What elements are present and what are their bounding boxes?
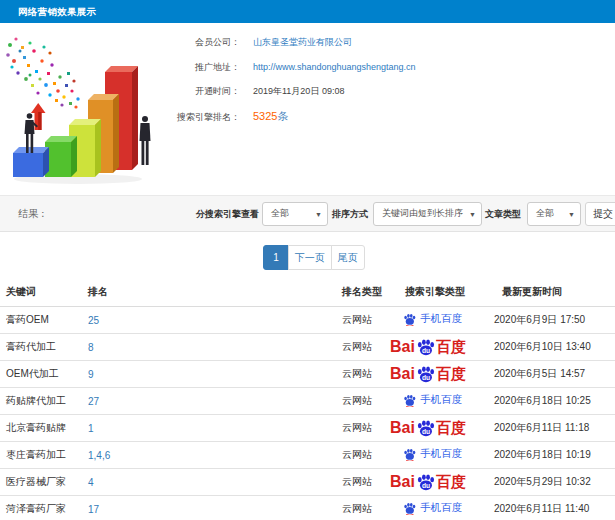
baidu-logo: Baidu百度 (390, 338, 466, 357)
baidu-logo-bai: Bai (390, 365, 415, 383)
title-bar: 网络营销效果展示 (0, 0, 615, 23)
company-link[interactable]: 山东皇圣堂药业有限公司 (253, 37, 352, 48)
rank-cell[interactable]: 25 (80, 307, 334, 334)
table-row: 药贴牌代加工27云网站手机百度2020年6月18日 10:25 (0, 388, 615, 415)
sort-label: 排序方式 (332, 207, 368, 220)
col-engine: 搜索引擎类型 (382, 283, 486, 307)
engine-select-value: 全部 (271, 207, 289, 220)
updated-time-cell: 2020年5月29日 10:32 (486, 469, 615, 496)
rank-type-cell: 云网站 (334, 442, 382, 469)
updated-time-cell: 2020年6月9日 17:50 (486, 307, 615, 334)
col-ranktype: 排名类型 (334, 283, 382, 307)
table-row: 医疗器械厂家4云网站Baidu百度2020年5月29日 10:32 (0, 469, 615, 496)
engine-label: 手机百度 (420, 447, 462, 461)
baidu-logo-cn: 百度 (436, 473, 466, 491)
keyword-cell: 枣庄膏药加工 (0, 442, 80, 469)
rank-type-cell: 云网站 (334, 415, 382, 442)
baidu-logo: Baidu百度 (390, 365, 466, 384)
confetti (6, 37, 80, 108)
submit-button[interactable]: 提交 (585, 202, 615, 226)
baidu-paw-icon: du (416, 419, 435, 438)
page-1-button[interactable]: 1 (263, 245, 289, 270)
mobile-baidu-badge: 手机百度 (403, 312, 462, 326)
info-row-url: 推广地址： http://www.shandonghuangshengtang.… (0, 62, 416, 73)
search-engine-cell: Baidu百度 (382, 415, 486, 442)
article-type-select-value: 全部 (536, 207, 554, 220)
info-row-rankcount: 搜索引擎排名： 5325条 (0, 111, 288, 123)
rankcount-label: 搜索引擎排名： (0, 112, 240, 123)
table-row: 膏药OEM25云网站手机百度2020年6月9日 17:50 (0, 307, 615, 334)
rank-cell[interactable]: 27 (80, 388, 334, 415)
chevron-down-icon: ▼ (469, 210, 476, 217)
keyword-cell: OEM代加工 (0, 361, 80, 388)
col-keyword: 关键词 (0, 283, 80, 307)
baidu-paw-icon (403, 313, 416, 326)
rank-type-cell: 云网站 (334, 469, 382, 496)
table-row: 膏药代加工8云网站Baidu百度2020年6月10日 13:40 (0, 334, 615, 361)
table-row: 枣庄膏药加工1,4,6云网站手机百度2020年6月18日 10:19 (0, 442, 615, 469)
mobile-baidu-badge: 手机百度 (403, 393, 462, 407)
search-engine-cell: Baidu百度 (382, 361, 486, 388)
pagination: 1 下一页 尾页 (13, 245, 615, 270)
engine-filter-label: 分搜索引擎查看 (196, 207, 259, 220)
opentime-label: 开通时间： (0, 86, 240, 97)
filter-bar: 结果： 分搜索引擎查看 全部 ▼ 排序方式 关键词由短到长排序 ▼ 文章类型 全… (0, 195, 615, 232)
search-engine-cell: Baidu百度 (382, 334, 486, 361)
table-header-row: 关键词 排名 排名类型 搜索引擎类型 最新更新时间 (0, 283, 615, 307)
info-row-company: 会员公司： 山东皇圣堂药业有限公司 (0, 37, 352, 48)
search-engine-cell: 手机百度 (382, 307, 486, 334)
baidu-paw-icon: du (416, 365, 435, 384)
rank-type-cell: 云网站 (334, 307, 382, 334)
updated-time-cell: 2020年6月11日 11:40 (486, 496, 615, 520)
article-type-select[interactable]: 全部 ▼ (527, 202, 581, 226)
rank-type-cell: 云网站 (334, 388, 382, 415)
rank-cell[interactable]: 4 (80, 469, 334, 496)
sort-select[interactable]: 关键词由短到长排序 ▼ (373, 202, 482, 226)
table-row: OEM代加工9云网站Baidu百度2020年6月5日 14:57 (0, 361, 615, 388)
col-updated: 最新更新时间 (486, 283, 615, 307)
svg-text:du: du (422, 373, 430, 380)
rank-cell[interactable]: 1 (80, 415, 334, 442)
mobile-baidu-badge: 手机百度 (403, 501, 462, 515)
rank-cell[interactable]: 17 (80, 496, 334, 520)
updated-time-cell: 2020年6月18日 10:19 (486, 442, 615, 469)
page-title: 网络营销效果展示 (18, 6, 96, 19)
engine-label: 手机百度 (420, 501, 462, 515)
opentime-value: 2019年11月20日 09:08 (253, 86, 344, 97)
last-page-button[interactable]: 尾页 (331, 245, 365, 270)
updated-time-cell: 2020年6月5日 14:57 (486, 361, 615, 388)
baidu-paw-icon (403, 448, 416, 461)
result-label: 结果： (18, 207, 48, 221)
hero-section: 会员公司： 山东皇圣堂药业有限公司 推广地址： http://www.shand… (0, 23, 615, 195)
svg-text:du: du (422, 481, 430, 488)
baidu-paw-icon (403, 502, 416, 515)
chevron-down-icon: ▼ (568, 210, 575, 217)
keyword-cell: 膏药OEM (0, 307, 80, 334)
promo-url-link[interactable]: http://www.shandonghuangshengtang.cn (253, 62, 416, 73)
rank-type-cell: 云网站 (334, 361, 382, 388)
engine-label: 手机百度 (420, 312, 462, 326)
baidu-logo: Baidu百度 (390, 419, 466, 438)
page: 网络营销效果展示 (0, 0, 615, 520)
baidu-logo-bai: Bai (390, 338, 415, 356)
keyword-cell: 医疗器械厂家 (0, 469, 80, 496)
updated-time-cell: 2020年6月18日 10:25 (486, 388, 615, 415)
chevron-down-icon: ▼ (315, 210, 322, 217)
mobile-baidu-badge: 手机百度 (403, 447, 462, 461)
url-label: 推广地址： (0, 62, 240, 73)
engine-select[interactable]: 全部 ▼ (262, 202, 328, 226)
baidu-logo-bai: Bai (390, 419, 415, 437)
updated-time-cell: 2020年6月11日 11:18 (486, 415, 615, 442)
table-row: 菏泽膏药厂家17云网站手机百度2020年6月11日 11:40 (0, 496, 615, 520)
sort-select-value: 关键词由短到长排序 (382, 207, 463, 220)
next-page-button[interactable]: 下一页 (288, 245, 332, 270)
rankcount-unit: 条 (277, 110, 288, 122)
keyword-cell: 药贴牌代加工 (0, 388, 80, 415)
company-label: 会员公司： (0, 37, 240, 48)
baidu-logo-cn: 百度 (436, 338, 466, 356)
rank-cell[interactable]: 8 (80, 334, 334, 361)
rankcount-value: 5325条 (253, 111, 288, 122)
svg-text:du: du (422, 346, 430, 353)
rank-cell[interactable]: 9 (80, 361, 334, 388)
rank-cell[interactable]: 1,4,6 (80, 442, 334, 469)
